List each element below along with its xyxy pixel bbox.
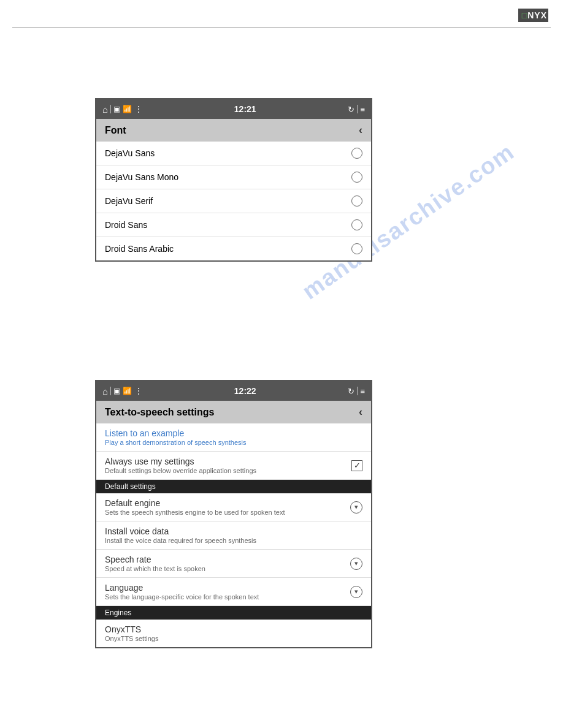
always-settings-title: Always use my settings bbox=[105, 457, 351, 466]
font-name-dejavu-sans-mono: DejaVu Sans Mono bbox=[105, 172, 178, 182]
refresh-icon-2: ↻ bbox=[348, 387, 354, 396]
wifi-icon: 📶 bbox=[123, 105, 132, 113]
default-engine-title: Default engine bbox=[105, 498, 350, 508]
radio-droid-sans-arabic[interactable] bbox=[351, 243, 362, 254]
speech-rate-subtitle: Speed at which the text is spoken bbox=[105, 565, 350, 572]
engines-label: Engines bbox=[96, 606, 371, 620]
speech-rate-dropdown[interactable]: ▾ bbox=[350, 558, 362, 570]
font-back-button[interactable]: ‹ bbox=[359, 124, 362, 137]
tts-item-install-voice[interactable]: Install voice data Install the voice dat… bbox=[96, 521, 371, 550]
default-settings-label: Default settings bbox=[96, 480, 371, 493]
radio-dejavu-sans-mono[interactable] bbox=[351, 172, 362, 183]
install-voice-title: Install voice data bbox=[105, 526, 362, 536]
font-item-dejavu-serif[interactable]: DejaVu Serif bbox=[96, 189, 371, 213]
tts-back-button[interactable]: ‹ bbox=[359, 406, 362, 419]
onyx-logo: □NYX bbox=[518, 9, 548, 22]
more-icon: ⋮ bbox=[134, 104, 142, 114]
font-item-droid-sans-arabic[interactable]: Droid Sans Arabic bbox=[96, 237, 371, 260]
font-name-dejavu-serif: DejaVu Serif bbox=[105, 196, 153, 206]
font-screen: ⌂ ▣ 📶 ⋮ 12:21 ↻ ≡ Font ‹ DejaVu Sans Dej… bbox=[95, 98, 372, 262]
logo-bracket: □ bbox=[522, 10, 527, 20]
language-subtitle: Sets the language-specific voice for the… bbox=[105, 593, 350, 601]
radio-dejavu-sans[interactable] bbox=[351, 148, 362, 159]
divider-icon-2 bbox=[357, 105, 358, 113]
tts-item-listen[interactable]: Listen to an example Play a short demons… bbox=[96, 423, 371, 452]
tts-item-speech-rate[interactable]: Speech rate Speed at which the text is s… bbox=[96, 550, 371, 578]
tts-item-always-settings[interactable]: Always use my settings Default settings … bbox=[96, 452, 371, 480]
menu-icon-2: ≡ bbox=[360, 387, 365, 396]
default-engine-subtitle: Sets the speech synthesis engine to be u… bbox=[105, 509, 350, 516]
tts-item-default-engine[interactable]: Default engine Sets the speech synthesis… bbox=[96, 493, 371, 521]
status-icons-left-1: ⌂ ▣ 📶 ⋮ bbox=[102, 104, 142, 115]
divider-icon-3 bbox=[110, 387, 111, 395]
status-bar-1: ⌂ ▣ 📶 ⋮ 12:21 ↻ ≡ bbox=[96, 99, 371, 119]
speech-rate-title: Speech rate bbox=[105, 555, 350, 564]
font-header: Font ‹ bbox=[96, 119, 371, 142]
always-settings-checkbox[interactable] bbox=[351, 460, 362, 471]
time-display-1: 12:21 bbox=[146, 104, 344, 114]
listen-title: Listen to an example bbox=[105, 428, 362, 438]
font-item-dejavu-sans[interactable]: DejaVu Sans bbox=[96, 142, 371, 165]
divider-icon-4 bbox=[357, 387, 358, 395]
radio-droid-sans[interactable] bbox=[351, 219, 362, 230]
default-engine-dropdown[interactable]: ▾ bbox=[350, 501, 362, 514]
font-item-droid-sans[interactable]: Droid Sans bbox=[96, 213, 371, 237]
status-icons-left-2: ⌂ ▣ 📶 ⋮ bbox=[102, 386, 142, 396]
divider-icon-1 bbox=[110, 105, 111, 113]
font-name-droid-sans-arabic: Droid Sans Arabic bbox=[105, 244, 174, 254]
battery-icon-2: ▣ bbox=[113, 387, 120, 395]
language-dropdown[interactable]: ▾ bbox=[350, 586, 362, 598]
onyxtts-title: OnyxTTS bbox=[105, 624, 362, 634]
tts-screen: ⌂ ▣ 📶 ⋮ 12:22 ↻ ≡ Text-to-speech setting… bbox=[95, 380, 372, 648]
home-icon: ⌂ bbox=[102, 104, 108, 115]
radio-dejavu-serif[interactable] bbox=[351, 195, 362, 207]
listen-subtitle: Play a short demonstration of speech syn… bbox=[105, 439, 362, 446]
time-display-2: 12:22 bbox=[146, 386, 344, 396]
install-voice-subtitle: Install the voice data required for spee… bbox=[105, 537, 362, 544]
menu-icon: ≡ bbox=[360, 105, 365, 114]
wifi-icon-2: 📶 bbox=[123, 387, 132, 395]
language-title: Language bbox=[105, 583, 350, 593]
status-icons-right-2: ↻ ≡ bbox=[348, 387, 365, 396]
onyxtts-subtitle: OnyxTTS settings bbox=[105, 635, 362, 642]
top-divider bbox=[12, 27, 551, 28]
font-name-dejavu-sans: DejaVu Sans bbox=[105, 148, 155, 158]
more-icon-2: ⋮ bbox=[134, 386, 142, 396]
font-list: DejaVu Sans DejaVu Sans Mono DejaVu Seri… bbox=[96, 142, 371, 260]
refresh-icon: ↻ bbox=[348, 105, 354, 114]
tts-header: Text-to-speech settings ‹ bbox=[96, 401, 371, 423]
status-icons-right-1: ↻ ≡ bbox=[348, 105, 365, 114]
logo-text: NYX bbox=[527, 10, 547, 20]
font-name-droid-sans: Droid Sans bbox=[105, 220, 147, 230]
font-title: Font bbox=[105, 125, 126, 136]
status-bar-2: ⌂ ▣ 📶 ⋮ 12:22 ↻ ≡ bbox=[96, 381, 371, 401]
tts-title: Text-to-speech settings bbox=[105, 407, 214, 418]
tts-item-onyxtts[interactable]: OnyxTTS OnyxTTS settings bbox=[96, 620, 371, 647]
always-settings-subtitle: Default settings below override applicat… bbox=[105, 467, 351, 474]
tts-item-language[interactable]: Language Sets the language-specific voic… bbox=[96, 578, 371, 606]
font-item-dejavu-sans-mono[interactable]: DejaVu Sans Mono bbox=[96, 165, 371, 189]
battery-icon: ▣ bbox=[113, 105, 120, 113]
home-icon-2: ⌂ bbox=[102, 386, 108, 396]
